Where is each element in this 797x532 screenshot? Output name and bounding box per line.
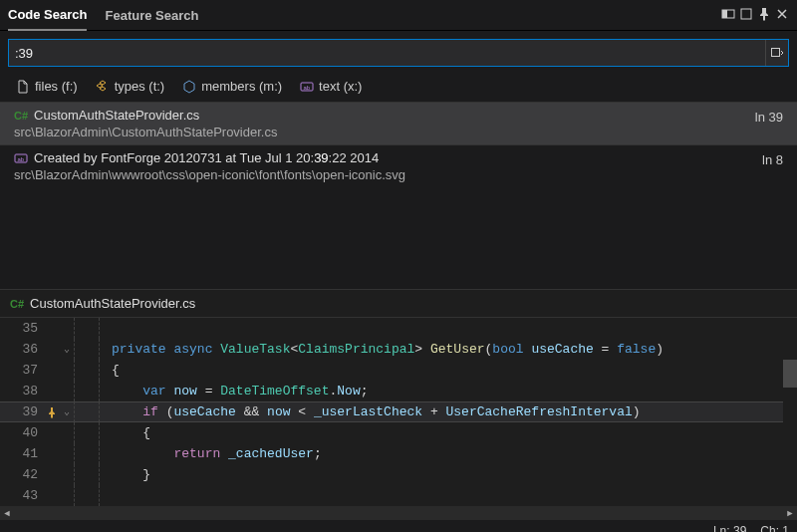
editor-tab[interactable]: C# CustomAuthStateProvider.cs (0, 290, 797, 318)
result-title: Created by FontForge 20120731 at Tue Jul… (34, 150, 379, 165)
tab-feature-search[interactable]: Feature Search (105, 0, 198, 30)
code-line[interactable]: 39⌄ if (useCache && now < _userLastCheck… (0, 401, 797, 422)
statusbar: Ln: 39 Ch: 1 (0, 520, 797, 532)
minimap-thumb[interactable] (783, 360, 797, 388)
file-icon (16, 80, 30, 94)
fold-toggle[interactable]: ⌄ (60, 339, 74, 360)
status-line: Ln: 39 (713, 524, 746, 532)
filter-bar: files (f:) types (t:) members (m:) ab te… (0, 75, 797, 102)
code-text: } (112, 464, 150, 485)
search-options-dropdown[interactable] (765, 40, 788, 66)
status-col: Ch: 1 (760, 524, 789, 532)
horizontal-scrollbar[interactable]: ◄ ► (0, 506, 797, 520)
minimap[interactable] (783, 318, 797, 506)
indent-guide (74, 318, 100, 339)
types-icon (96, 80, 110, 94)
fold-toggle[interactable]: ⌄ (60, 401, 74, 422)
code-text: { (112, 360, 120, 381)
code-line[interactable]: 42 } (0, 464, 797, 485)
titlebar-tabs: Code Search Feature Search (8, 0, 198, 30)
indent-guide (74, 464, 100, 485)
code-line[interactable]: 35 (0, 318, 797, 339)
svg-rect-2 (741, 9, 751, 19)
line-number: 36 (0, 339, 44, 360)
titlebar: Code Search Feature Search (0, 0, 797, 31)
tab-code-search[interactable]: Code Search (8, 0, 87, 31)
editor-tab-label: CustomAuthStateProvider.cs (30, 296, 195, 311)
indent-guide (74, 443, 100, 464)
line-number: 37 (0, 360, 44, 381)
indent-guide (74, 381, 100, 401)
editor-zone: C# CustomAuthStateProvider.cs 3536⌄priva… (0, 289, 797, 520)
filter-members[interactable]: members (m:) (182, 79, 282, 94)
code-text: private async ValueTask<ClaimsPrincipal>… (112, 339, 664, 360)
filter-files[interactable]: files (f:) (16, 79, 78, 94)
results-spacer (0, 187, 797, 289)
filter-types[interactable]: types (t:) (96, 79, 165, 94)
csharp-icon: C# (14, 110, 28, 122)
code-line[interactable]: 43 (0, 485, 797, 506)
text-icon: ab (300, 80, 314, 94)
results-list: C#CustomAuthStateProvider.cssrc\BlazorAd… (0, 102, 797, 187)
filter-text-label: text (x:) (319, 79, 362, 94)
line-number: 39 (0, 401, 44, 422)
code-text: if (useCache && now < _userLastCheck + U… (112, 401, 641, 422)
search-result[interactable]: abCreated by FontForge 20120731 at Tue J… (0, 144, 797, 187)
code-text: var now = DateTimeOffset.Now; (112, 381, 369, 401)
line-number: 43 (0, 485, 44, 506)
line-number: 42 (0, 464, 44, 485)
code-text: { (112, 422, 150, 443)
filter-files-label: files (f:) (35, 79, 78, 94)
indent-guide (74, 360, 100, 381)
window-restore-icon[interactable] (739, 7, 753, 24)
result-path: src\BlazorAdmin\wwwroot\css\open-iconic\… (14, 167, 783, 182)
code-editor[interactable]: 3536⌄private async ValueTask<ClaimsPrinc… (0, 318, 797, 506)
csharp-icon: C# (10, 298, 24, 310)
result-line-label: ln 8 (762, 152, 783, 167)
result-title: CustomAuthStateProvider.cs (34, 108, 199, 123)
search-result[interactable]: C#CustomAuthStateProvider.cssrc\BlazorAd… (0, 102, 797, 144)
code-line[interactable]: 41 return _cachedUser; (0, 443, 797, 464)
indent-guide (74, 339, 100, 360)
line-number: 41 (0, 443, 44, 464)
code-line[interactable]: 37{ (0, 360, 797, 381)
window-dock-icon[interactable] (721, 7, 735, 24)
indent-guide (74, 485, 100, 506)
svg-rect-3 (772, 49, 780, 57)
code-line[interactable]: 40 { (0, 422, 797, 443)
line-number: 40 (0, 422, 44, 443)
filter-text[interactable]: ab text (x:) (300, 79, 362, 94)
close-icon[interactable] (775, 7, 789, 24)
filter-types-label: types (t:) (115, 79, 165, 94)
indent-guide (74, 422, 100, 443)
search-box (8, 39, 789, 67)
window-pin-icon[interactable] (757, 7, 771, 24)
result-path: src\BlazorAdmin\CustomAuthStateProvider.… (14, 125, 783, 139)
text-icon: ab (14, 151, 28, 165)
result-line-label: ln 39 (755, 110, 783, 125)
pin-icon (46, 406, 58, 418)
svg-text:ab: ab (304, 84, 311, 90)
scroll-left-icon[interactable]: ◄ (2, 508, 12, 518)
indent-guide (74, 401, 100, 422)
svg-text:ab: ab (18, 155, 25, 161)
filter-members-label: members (m:) (201, 79, 282, 94)
search-input[interactable] (9, 45, 765, 62)
code-line[interactable]: 36⌄private async ValueTask<ClaimsPrincip… (0, 339, 797, 360)
window-controls (721, 7, 789, 24)
code-text: return _cachedUser; (112, 443, 322, 464)
members-icon (182, 80, 196, 94)
svg-rect-1 (722, 10, 727, 18)
code-line[interactable]: 38 var now = DateTimeOffset.Now; (0, 381, 797, 401)
scroll-right-icon[interactable]: ► (785, 508, 795, 518)
line-number: 35 (0, 318, 44, 339)
line-number: 38 (0, 381, 44, 401)
